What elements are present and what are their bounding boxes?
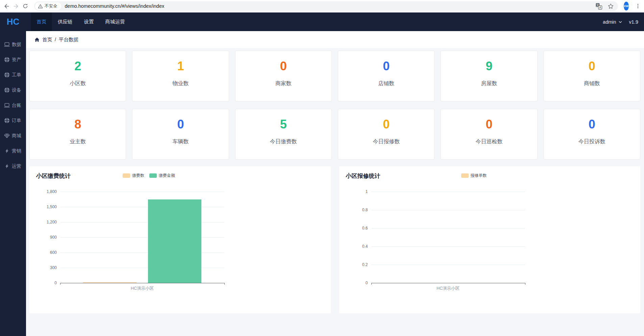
globe-icon bbox=[4, 57, 10, 63]
kebab-menu-icon bbox=[635, 3, 641, 9]
sidebar-item-4[interactable]: 台账 bbox=[0, 98, 26, 113]
bar-缴费金额[interactable] bbox=[148, 199, 201, 283]
breadcrumb: 首页 / 平台数据 bbox=[26, 31, 644, 48]
chart-legend: 缴费数缴费金额 bbox=[123, 173, 175, 178]
nav-tab-2[interactable]: 设置 bbox=[78, 13, 100, 31]
stat-value: 0 bbox=[236, 60, 331, 72]
stat-label: 商铺数 bbox=[544, 80, 640, 87]
browser-back-button[interactable] bbox=[2, 1, 11, 11]
y-axis-tick-label: 0.4 bbox=[362, 244, 368, 249]
y-axis-tick-label: 0 bbox=[366, 281, 368, 285]
legend-swatch bbox=[149, 173, 157, 178]
x-axis-category-label: HC演示小区 bbox=[131, 286, 154, 291]
browser-reload-button[interactable] bbox=[21, 1, 30, 11]
breadcrumb-home[interactable]: 首页 bbox=[42, 37, 52, 43]
legend-swatch bbox=[461, 173, 469, 178]
sidebar-item-0[interactable]: 数据 bbox=[0, 37, 26, 52]
chart-legend: 报修单数 bbox=[461, 173, 487, 178]
stat-label: 今日报修数 bbox=[338, 138, 434, 145]
sidebar-item-6[interactable]: 商城 bbox=[0, 128, 26, 143]
legend-label: 缴费金额 bbox=[159, 173, 175, 178]
address-bar[interactable]: 不安全 demo.homecommunity.cn/#/views/index/… bbox=[34, 1, 618, 11]
bar-缴费数[interactable] bbox=[83, 282, 137, 283]
chart-title: 小区报修统计 bbox=[346, 172, 380, 180]
y-axis-tick-label: 1 bbox=[366, 189, 368, 194]
gem-icon bbox=[4, 133, 10, 139]
stat-card-10: 0今日巡检数 bbox=[441, 109, 537, 160]
reload-icon bbox=[22, 3, 28, 9]
sidebar-item-8[interactable]: 运营 bbox=[0, 159, 26, 174]
legend-item[interactable]: 报修单数 bbox=[461, 173, 487, 178]
legend-swatch bbox=[123, 173, 130, 178]
browser-menu-button[interactable] bbox=[633, 1, 643, 11]
url-text[interactable]: demo.homecommunity.cn/#/views/index/inde… bbox=[65, 3, 165, 9]
chevron-down-icon bbox=[618, 20, 622, 24]
y-axis-tick-label: 600 bbox=[50, 250, 57, 255]
gridline bbox=[371, 192, 525, 192]
stat-card-11: 0今日投诉数 bbox=[544, 109, 640, 160]
y-axis-tick-label: 1,800 bbox=[47, 189, 57, 194]
y-axis-tick-label: 0.2 bbox=[362, 262, 368, 267]
forward-arrow-icon bbox=[13, 3, 19, 9]
stat-value: 1 bbox=[132, 60, 228, 72]
user-menu[interactable]: admin bbox=[603, 19, 622, 25]
browser-forward-button[interactable] bbox=[11, 1, 21, 11]
back-arrow-icon bbox=[3, 3, 10, 9]
stat-label: 车辆数 bbox=[132, 138, 228, 145]
app-logo[interactable]: HC bbox=[0, 17, 26, 27]
x-axis-category-label: HC演示小区 bbox=[437, 286, 460, 291]
legend-item[interactable]: 缴费数 bbox=[123, 173, 144, 178]
y-axis-tick-label: 1,200 bbox=[47, 220, 57, 224]
security-label: 不安全 bbox=[45, 3, 57, 9]
legend-item[interactable]: 缴费金额 bbox=[149, 173, 175, 178]
stat-label: 今日缴费数 bbox=[236, 138, 331, 145]
x-axis-line bbox=[60, 283, 224, 283]
legend-label: 报修单数 bbox=[471, 173, 487, 178]
bookmark-star-icon[interactable] bbox=[608, 3, 614, 9]
dashboard-content: 2小区数1物业数0商家数0店铺数9房屋数0商铺数8业主数0车辆数5今日缴费数0今… bbox=[26, 48, 644, 313]
sidebar-item-1[interactable]: 资产 bbox=[0, 52, 26, 67]
axis-tick bbox=[371, 283, 372, 285]
axis-tick bbox=[60, 283, 60, 285]
breadcrumb-separator: / bbox=[55, 37, 56, 42]
stat-value: 0 bbox=[132, 118, 228, 130]
y-axis-tick-label: 1,500 bbox=[47, 205, 57, 209]
stat-label: 商家数 bbox=[236, 80, 331, 87]
sidebar-item-label: 营销 bbox=[12, 148, 21, 154]
nav-tab-1[interactable]: 供应链 bbox=[52, 13, 78, 31]
gridline bbox=[60, 192, 224, 192]
stat-label: 业主数 bbox=[30, 138, 126, 145]
svg-text:A: A bbox=[599, 6, 601, 9]
sidebar-item-label: 台账 bbox=[12, 102, 21, 109]
avatar-initials: XW bbox=[624, 4, 629, 8]
y-axis-tick-label: 0.6 bbox=[362, 226, 368, 231]
gridline bbox=[371, 228, 525, 229]
warning-icon bbox=[38, 4, 43, 9]
nav-tabs: 首页供应链设置商城运营 bbox=[31, 13, 131, 31]
stat-value: 5 bbox=[236, 118, 331, 130]
nav-tab-3[interactable]: 商城运营 bbox=[100, 13, 131, 31]
axis-tick bbox=[525, 283, 525, 285]
translate-icon[interactable]: 文A bbox=[595, 3, 602, 10]
app-header: HC 首页供应链设置商城运营 admin v1.9 bbox=[0, 13, 644, 31]
y-axis-tick-label: 0 bbox=[54, 281, 57, 285]
sidebar-item-5[interactable]: 订单 bbox=[0, 113, 26, 128]
browser-profile-avatar[interactable]: XW bbox=[624, 2, 629, 10]
home-icon bbox=[34, 37, 40, 42]
legend-label: 缴费数 bbox=[132, 173, 144, 178]
stat-value: 0 bbox=[544, 118, 640, 130]
y-axis-tick-label: 300 bbox=[50, 265, 57, 270]
stat-label: 店铺数 bbox=[338, 80, 434, 87]
nav-tab-0[interactable]: 首页 bbox=[31, 13, 52, 31]
sidebar-item-label: 工单 bbox=[12, 72, 21, 78]
gridline bbox=[371, 246, 525, 247]
stat-value: 0 bbox=[338, 60, 434, 72]
sidebar-item-3[interactable]: 设备 bbox=[0, 82, 26, 98]
sidebar-item-7[interactable]: 营销 bbox=[0, 143, 26, 159]
security-badge[interactable]: 不安全 bbox=[35, 2, 61, 10]
sidebar: 数据资产工单设备台账订单商城营销运营 bbox=[0, 31, 26, 336]
gridline bbox=[371, 265, 525, 265]
sidebar-item-2[interactable]: 工单 bbox=[0, 67, 26, 82]
stat-card-5: 0商铺数 bbox=[544, 51, 640, 101]
monitor-icon bbox=[4, 42, 10, 47]
